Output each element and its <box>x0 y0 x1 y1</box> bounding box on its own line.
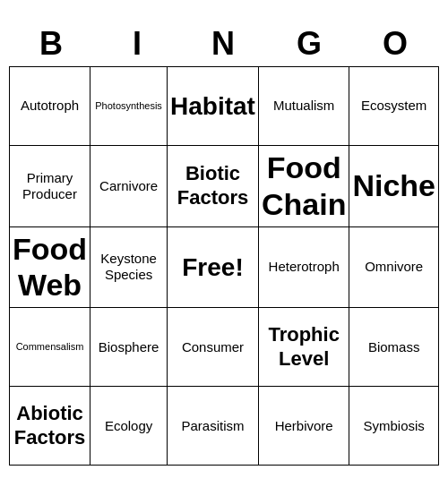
bingo-cell-11: Keystone Species <box>90 227 168 309</box>
bingo-cell-10: Food Web <box>10 227 90 309</box>
cell-text: Primary Producer <box>13 170 87 202</box>
bingo-cell-9: Niche <box>349 146 439 227</box>
cell-text: Ecosystem <box>361 98 426 114</box>
header-letter: B <box>9 21 95 66</box>
cell-text: Biotic Factors <box>170 162 255 209</box>
header-letter: N <box>181 21 267 66</box>
cell-text: Free! <box>182 252 243 283</box>
header-letter: G <box>267 21 353 66</box>
bingo-cell-19: Biomass <box>349 308 439 387</box>
bingo-cell-6: Carnivore <box>90 146 168 227</box>
bingo-cell-22: Parasitism <box>168 387 259 466</box>
cell-text: Food Web <box>13 231 87 304</box>
bingo-cell-5: Primary Producer <box>10 146 90 227</box>
bingo-cell-4: Ecosystem <box>349 67 439 146</box>
bingo-cell-1: Photosynthesis <box>90 67 168 146</box>
bingo-cell-24: Symbiosis <box>349 387 439 466</box>
bingo-cell-23: Herbivore <box>259 387 349 466</box>
cell-text: Trophic Level <box>262 323 346 371</box>
bingo-cell-2: Habitat <box>168 67 259 146</box>
bingo-cell-14: Omnivore <box>349 227 439 309</box>
cell-text: Autotroph <box>21 98 79 114</box>
cell-text: Biosphere <box>99 339 159 355</box>
cell-text: Food Chain <box>262 150 346 223</box>
bingo-cell-7: Biotic Factors <box>168 146 259 227</box>
cell-text: Symbiosis <box>364 418 425 434</box>
cell-text: Ecology <box>105 418 152 434</box>
cell-text: Niche <box>352 167 435 204</box>
bingo-cell-8: Food Chain <box>259 146 349 227</box>
header-letter: I <box>95 21 181 66</box>
cell-text: Photosynthesis <box>95 100 162 112</box>
bingo-cell-21: Ecology <box>90 387 168 466</box>
cell-text: Omnivore <box>365 259 423 275</box>
cell-text: Keystone Species <box>93 251 164 283</box>
cell-text: Carnivore <box>99 178 158 194</box>
bingo-card: BINGO AutotrophPhotosynthesisHabitatMutu… <box>9 21 439 466</box>
bingo-cell-20: Abiotic Factors <box>10 387 90 466</box>
bingo-header: BINGO <box>9 21 439 66</box>
cell-text: Biomass <box>368 339 420 355</box>
bingo-cell-15: Commensalism <box>10 308 90 387</box>
bingo-grid: AutotrophPhotosynthesisHabitatMutualismE… <box>9 66 439 466</box>
bingo-cell-0: Autotroph <box>10 67 90 146</box>
bingo-cell-16: Biosphere <box>90 308 168 387</box>
cell-text: Commensalism <box>16 341 84 353</box>
cell-text: Consumer <box>182 339 244 355</box>
bingo-cell-3: Mutualism <box>259 67 349 146</box>
cell-text: Habitat <box>170 91 255 122</box>
cell-text: Abiotic Factors <box>13 402 87 449</box>
cell-text: Heterotroph <box>269 259 340 275</box>
bingo-cell-12: Free! <box>168 227 259 309</box>
bingo-cell-17: Consumer <box>168 308 259 387</box>
cell-text: Mutualism <box>273 98 334 114</box>
cell-text: Parasitism <box>181 418 244 434</box>
header-letter: O <box>353 21 439 66</box>
cell-text: Herbivore <box>275 418 333 434</box>
bingo-cell-13: Heterotroph <box>259 227 349 309</box>
bingo-cell-18: Trophic Level <box>259 308 349 387</box>
